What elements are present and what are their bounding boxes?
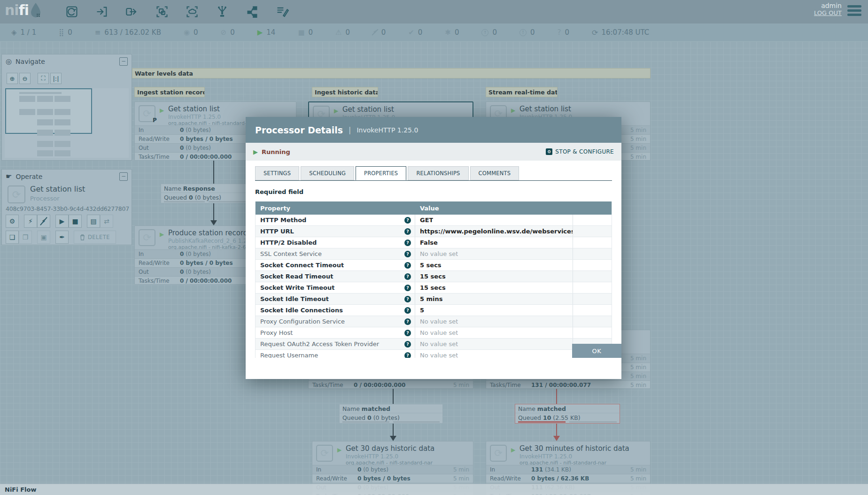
property-cell: Socket Idle Connections? bbox=[256, 305, 415, 316]
group-label[interactable]: Water levels data bbox=[132, 68, 651, 78]
change-version-button[interactable]: ⇄ bbox=[100, 215, 113, 228]
property-cell: Socket Read Timeout? bbox=[256, 271, 415, 282]
extra-cell bbox=[573, 215, 612, 225]
processor-type-icon: ⟳ bbox=[139, 229, 155, 246]
refresh-icon[interactable]: ⟳ bbox=[592, 28, 598, 37]
delete-button[interactable]: DELETE bbox=[74, 231, 116, 244]
stat-value: 0 / 00:00:00.000 bbox=[180, 278, 232, 284]
tab-properties[interactable]: PROPERTIES bbox=[356, 166, 406, 180]
help-icon[interactable]: ? bbox=[404, 330, 411, 336]
save-template-button[interactable]: ▤ bbox=[87, 215, 100, 228]
breadcrumb[interactable]: NiFi Flow bbox=[5, 486, 36, 493]
component-toolbar bbox=[65, 5, 289, 18]
process-group-icon[interactable] bbox=[155, 5, 169, 18]
connection-label[interactable]: Name ResponseQueued 0 (0 bytes) bbox=[161, 184, 253, 203]
label-icon[interactable] bbox=[276, 5, 289, 18]
properties-table: Property Value HTTP Method?GETHTTP URL?h… bbox=[255, 201, 612, 358]
stat-value: 0 (0 bytes) bbox=[180, 251, 211, 257]
dialog-header: Processor Details | InvokeHTTP 1.25.0 bbox=[246, 117, 621, 143]
property-value: 5 mins bbox=[420, 295, 443, 302]
property-cell: SSL Context Service? bbox=[256, 248, 415, 259]
stat-period: 5 min bbox=[630, 466, 646, 473]
collapse-navigate-button[interactable]: − bbox=[119, 57, 128, 66]
help-icon[interactable]: ? bbox=[404, 251, 411, 257]
copy-button[interactable]: ❏ bbox=[6, 231, 19, 244]
run-status-icon: ▶ bbox=[337, 447, 341, 453]
enable-button[interactable]: ⚡ bbox=[24, 215, 37, 228]
value-cell: 5 bbox=[415, 305, 573, 316]
dialog-status-row: ▶ Running ⚙ STOP & CONFIGURE bbox=[246, 143, 621, 161]
zoom-actual-size-button[interactable]: |:| bbox=[50, 73, 62, 84]
collapse-operate-button[interactable]: − bbox=[119, 172, 128, 181]
help-icon[interactable]: ? bbox=[404, 217, 411, 224]
queue-count-bar bbox=[518, 421, 566, 423]
birdseye-minimap[interactable] bbox=[5, 88, 129, 158]
help-icon[interactable]: ? bbox=[404, 262, 411, 269]
processor-icon[interactable] bbox=[65, 5, 78, 18]
output-port-icon[interactable] bbox=[125, 5, 139, 18]
stale-icon: ↑ bbox=[481, 29, 488, 36]
disable-button[interactable]: ⚡ bbox=[37, 215, 50, 228]
help-icon[interactable]: ? bbox=[404, 296, 411, 302]
play-icon: ▶ bbox=[60, 217, 65, 225]
stat-label: Out bbox=[139, 145, 180, 151]
value-cell: No value set bbox=[415, 248, 573, 259]
stat-label: In bbox=[316, 466, 357, 473]
zoom-fit-button[interactable]: ⛶ bbox=[38, 73, 49, 84]
value-cell: 5 secs bbox=[415, 260, 573, 271]
tab-relationships[interactable]: RELATIONSHIPS bbox=[408, 166, 468, 180]
current-user: admin bbox=[814, 2, 842, 9]
paste-button[interactable]: ❐ bbox=[19, 231, 32, 244]
stat-period: 5 min bbox=[630, 127, 646, 133]
zoom-out-button[interactable]: ⊖ bbox=[19, 73, 31, 84]
tab-scheduling[interactable]: SCHEDULING bbox=[301, 166, 354, 180]
stop-button[interactable]: ■ bbox=[69, 215, 82, 228]
help-icon[interactable]: ? bbox=[404, 318, 411, 325]
stop-and-configure-button[interactable]: ⚙ STOP & CONFIGURE bbox=[546, 148, 614, 155]
tab-settings[interactable]: SETTINGS bbox=[255, 166, 299, 180]
extra-cell bbox=[573, 248, 612, 259]
property-cell: HTTP URL? bbox=[256, 226, 415, 237]
queue-size-bars bbox=[164, 201, 249, 202]
stat-period: 5 min bbox=[630, 475, 646, 482]
ok-button[interactable]: OK bbox=[572, 344, 621, 358]
help-icon[interactable]: ? bbox=[404, 352, 411, 358]
required-field-label: Required field bbox=[255, 188, 612, 195]
help-icon[interactable]: ? bbox=[404, 228, 411, 235]
queue-size-bars bbox=[518, 421, 617, 423]
run-status-icon: ▶ bbox=[160, 107, 164, 114]
running-icon: ▶ bbox=[257, 29, 263, 36]
help-icon[interactable]: ? bbox=[404, 341, 411, 348]
help-icon[interactable]: ? bbox=[404, 240, 411, 246]
section-label-stream-realtime[interactable]: Stream real-time data bbox=[486, 87, 558, 97]
status-locally-modified: ✱0 bbox=[445, 28, 459, 37]
property-cell: Proxy Configuration Service? bbox=[256, 316, 415, 327]
change-color-button[interactable]: ✒ bbox=[55, 231, 69, 244]
template-icon[interactable] bbox=[246, 5, 259, 18]
connection-label[interactable]: Name matchedQueued 0 (0 bytes) bbox=[339, 404, 443, 424]
property-value: GET bbox=[420, 217, 433, 224]
start-button[interactable]: ▶ bbox=[55, 215, 69, 228]
stat-value: 0 bytes / 0 bytes bbox=[180, 136, 233, 142]
logout-link[interactable]: LOG OUT bbox=[814, 9, 842, 16]
input-port-icon[interactable] bbox=[95, 5, 108, 18]
section-label-ingest-historic[interactable]: Ingest historic data bbox=[312, 87, 378, 97]
remote-process-group-icon[interactable] bbox=[186, 5, 199, 18]
configure-button[interactable]: ⚙ bbox=[6, 215, 19, 228]
help-icon[interactable]: ? bbox=[404, 307, 411, 314]
zoom-in-button[interactable]: ⊕ bbox=[7, 73, 18, 84]
help-icon[interactable]: ? bbox=[404, 273, 411, 280]
tab-comments[interactable]: COMMENTS bbox=[470, 166, 519, 180]
not-transmitting-icon: ⊘ bbox=[221, 29, 227, 36]
breadcrumb-bar: NiFi Flow bbox=[0, 484, 868, 495]
flow-status-clock: ⟳ 16:07:48 UTC bbox=[592, 28, 649, 37]
funnel-icon[interactable] bbox=[216, 5, 229, 18]
group-button[interactable]: ▣ bbox=[37, 231, 50, 244]
stat-label: In bbox=[139, 251, 180, 257]
property-value: https://www.pegelonline.wsv.de/webservic… bbox=[420, 228, 573, 235]
property-cell: Request OAuth2 Access Token Provider? bbox=[256, 339, 415, 349]
global-menu-button[interactable] bbox=[847, 5, 863, 18]
help-icon[interactable]: ? bbox=[404, 285, 411, 291]
section-label-ingest-station[interactable]: Ingest station records bbox=[134, 87, 205, 97]
connection-label[interactable]: Name matchedQueued 10 (2.55 KB) bbox=[515, 404, 620, 424]
